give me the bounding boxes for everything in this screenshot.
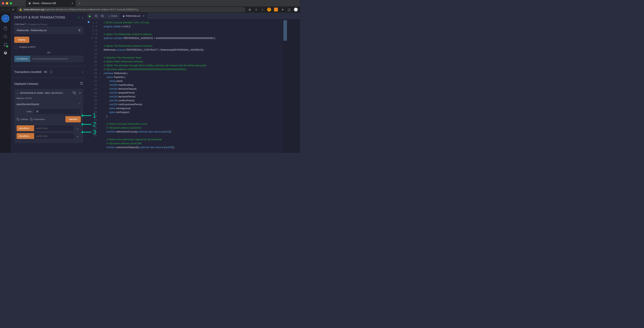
- chevron-down-icon[interactable]: ⌄: [74, 134, 81, 138]
- function-header[interactable]: placeDecisionDeposit ⌃: [16, 102, 81, 107]
- refund-submission-input[interactable]: [34, 133, 74, 139]
- app-root: DEPLOY & RUN TRANSACTIONS ✓ › CONTRACT (…: [0, 13, 300, 153]
- contract-selected: Referenda - Referenda.sol: [17, 29, 47, 32]
- publish-ipfs-checkbox[interactable]: [14, 46, 17, 49]
- tab-bar: ◆ Remix - Ethereum IDE ✕ +: [0, 0, 300, 6]
- at-address-input[interactable]: [30, 56, 83, 62]
- instance-balance: Balance: 0 ETH: [16, 97, 81, 99]
- reload-button[interactable]: ⟳: [12, 8, 14, 11]
- panel-title: DEPLOY & RUN TRANSACTIONS: [14, 16, 65, 19]
- check-icon: ✓: [78, 15, 80, 19]
- new-tab-button[interactable]: +: [79, 1, 80, 5]
- tab-title: Remix - Ethereum IDE: [33, 2, 56, 5]
- calldata-button[interactable]: Calldata: [16, 118, 28, 121]
- contract-instance: ⌄ REFERENDA AT 0X000...00811 (BLOCKCH...…: [14, 89, 83, 143]
- back-button[interactable]: ←: [2, 8, 5, 11]
- svg-rect-1: [74, 92, 76, 94]
- function-actions: Calldata Parameters transact: [16, 116, 81, 122]
- at-address-row: At Address: [14, 56, 83, 62]
- contract-select[interactable]: Referenda - Referenda.sol ⇅: [14, 27, 83, 34]
- forward-button[interactable]: →: [7, 8, 10, 11]
- index-input[interactable]: [34, 108, 81, 115]
- sidepanel-icon[interactable]: ◫: [287, 8, 291, 11]
- minimap-content: █████████████ █████████████ ████████████…: [283, 20, 299, 41]
- refund-decision-button[interactable]: refundDeci...: [16, 125, 34, 131]
- profile-avatar-icon[interactable]: [294, 7, 298, 12]
- editor-toolbar: ▶ ⌂ Home ◆ Referenda.sol ✕: [87, 13, 300, 19]
- zoom-in-button[interactable]: [99, 14, 106, 17]
- bookmark-icon[interactable]: ☆: [261, 8, 264, 11]
- chevron-down-icon[interactable]: ⌄: [16, 92, 18, 94]
- function-refundDecision: refundDeci... ⌄: [16, 125, 81, 131]
- trash-icon[interactable]: [80, 82, 83, 86]
- url-host: remix.ethereum.org: [24, 8, 44, 11]
- file-explorer-icon[interactable]: [3, 26, 8, 31]
- deploy-icon[interactable]: [3, 50, 8, 55]
- deploy-button[interactable]: Deploy: [14, 37, 29, 43]
- transact-button[interactable]: transact: [66, 116, 81, 122]
- icon-sidebar: [0, 13, 11, 153]
- compiler-icon[interactable]: [3, 42, 8, 47]
- metamask-icon[interactable]: [274, 7, 278, 11]
- deploy-panel: DEPLOY & RUN TRANSACTIONS ✓ › CONTRACT (…: [11, 13, 87, 153]
- close-window-button[interactable]: [2, 2, 4, 4]
- instance-header[interactable]: ⌄ REFERENDA AT 0X000...00811 (BLOCKCH...…: [16, 91, 81, 95]
- tab-close-icon[interactable]: ✕: [72, 2, 74, 5]
- contract-label: CONTRACT (Compiled by Remix): [14, 23, 83, 25]
- minimap[interactable]: █████████████ █████████████ ████████████…: [282, 19, 300, 153]
- minimize-window-button[interactable]: [6, 2, 8, 4]
- chevron-right-icon[interactable]: ›: [82, 70, 83, 74]
- at-address-button[interactable]: At Address: [14, 56, 30, 62]
- breakpoint-gutter[interactable]: [87, 19, 90, 153]
- search-icon[interactable]: ⊕: [248, 8, 251, 11]
- browser-chrome: ◆ Remix - Ethereum IDE ✕ + ← → ⟳ 🔒 remix…: [0, 0, 300, 13]
- divider: [11, 66, 87, 66]
- browser-action-icons: ⊕ ⇧ ☆ ? ✦ ◫: [248, 7, 298, 12]
- publish-ipfs-row[interactable]: Publish to IPFS: [14, 46, 83, 49]
- editor-body: 1 2 3 4 5 6 7 8 9 10 11 12 13 14 15 16 1…: [87, 19, 300, 153]
- deployed-section-header: Deployed Contracts: [14, 81, 83, 87]
- address-bar-row: ← → ⟳ 🔒 remix.ethereum.org/#optimize=fal…: [0, 6, 300, 13]
- info-icon[interactable]: i: [50, 70, 53, 73]
- line-numbers: 1 2 3 4 5 6 7 8 9 10 11 12 13 14 15 16 1…: [90, 19, 98, 153]
- input-label: index:: [16, 110, 32, 113]
- transactions-section-header: Transactions recorded 0 i ›: [14, 69, 83, 75]
- code-editor[interactable]: // SPDX-License-Identifier: GPL-3.0-only…: [102, 19, 282, 153]
- solidity-file-icon: ◆: [123, 15, 124, 17]
- panel-content: CONTRACT (Compiled by Remix) Referenda -…: [11, 21, 87, 153]
- refund-submission-button[interactable]: refundSub...: [16, 133, 34, 139]
- chevron-up-icon[interactable]: ⌃: [79, 103, 81, 106]
- or-divider: OR: [14, 51, 83, 54]
- run-script-button[interactable]: ▶: [87, 14, 93, 18]
- parameters-button[interactable]: Parameters: [30, 118, 45, 121]
- tab-close-icon[interactable]: ✕: [143, 15, 144, 17]
- extensions-icon[interactable]: ✦: [281, 8, 284, 11]
- breakpoint-dot-icon[interactable]: [88, 21, 90, 23]
- chevron-right-icon[interactable]: ›: [82, 16, 83, 19]
- share-icon[interactable]: ⇧: [254, 8, 258, 11]
- function-refundSubmission: refundSub... ⌄: [16, 133, 81, 139]
- instance-name: REFERENDA AT 0X000...00811 (BLOCKCH...: [20, 92, 64, 94]
- copy-icon[interactable]: [73, 91, 76, 95]
- panel-header: DEPLOY & RUN TRANSACTIONS ✓ ›: [11, 13, 87, 21]
- refund-decision-input[interactable]: [34, 125, 74, 131]
- address-bar[interactable]: 🔒 remix.ethereum.org/#optimize=false&run…: [17, 7, 246, 12]
- tab-referenda[interactable]: ◆ Referenda.sol ✕: [120, 13, 147, 19]
- search-icon[interactable]: [3, 34, 8, 39]
- help-icon[interactable]: ?: [267, 7, 271, 11]
- browser-tab[interactable]: ◆ Remix - Ethereum IDE ✕: [26, 0, 76, 6]
- editor-area: ▶ ⌂ Home ◆ Referenda.sol ✕ 1 2 3 4 5 6 7…: [87, 13, 300, 153]
- lock-icon: 🔒: [19, 8, 22, 11]
- maximize-window-button[interactable]: [10, 2, 12, 4]
- fold-gutter[interactable]: ⌄⌄: [98, 19, 102, 153]
- zoom-out-button[interactable]: [93, 14, 99, 17]
- svg-rect-2: [18, 119, 19, 121]
- function-placeDecisionDeposit: placeDecisionDeposit ⌃ index: Calldata: [16, 102, 81, 122]
- url-path: /#optimize=false&runs=200&evmVersion=nul…: [44, 8, 138, 11]
- chevron-down-icon[interactable]: ⌄: [74, 127, 81, 130]
- close-icon[interactable]: ✕: [79, 92, 81, 94]
- deployed-label: Deployed Contracts: [14, 82, 38, 85]
- select-caret-icon: ⇅: [78, 29, 80, 32]
- remix-logo-icon[interactable]: [2, 15, 9, 22]
- tab-home[interactable]: ⌂ Home: [106, 13, 120, 19]
